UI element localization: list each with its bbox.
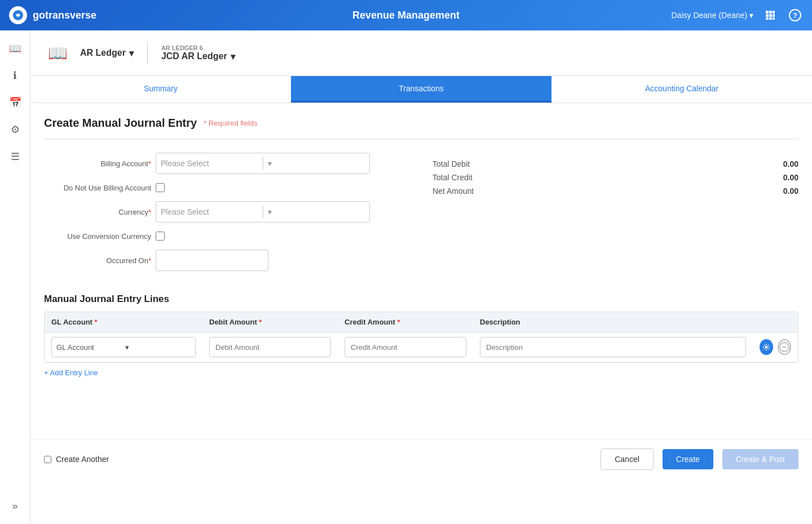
- ledger-selector[interactable]: AR Ledger ▾: [80, 48, 134, 59]
- form-footer: Create Another Cancel Create Create & Po…: [30, 439, 812, 479]
- ledger-icon: 📖: [44, 39, 71, 66]
- billing-account-select[interactable]: Please Select ▾: [156, 153, 370, 174]
- do-not-use-billing-label: Do Not Use Billing Account: [44, 184, 151, 192]
- billing-account-label: Billing Account*: [44, 159, 151, 168]
- gl-account-select[interactable]: GL Account ▾: [51, 337, 196, 357]
- main-content: 📖 AR Ledger ▾ AR LEDGER 6 JCD AR Ledger …: [30, 30, 812, 524]
- occurred-on-label: Occurred On*: [44, 256, 151, 265]
- create-another-checkbox[interactable]: [44, 456, 51, 463]
- debit-amount-cell: [202, 332, 338, 362]
- page-title: Revenue Management: [352, 10, 460, 21]
- tab-accounting-calendar[interactable]: Accounting Calendar: [551, 76, 812, 103]
- total-debit-row: Total Debit 0.00: [433, 157, 798, 171]
- create-another-row: Create Another: [44, 455, 109, 464]
- sidebar-collapse-button[interactable]: »: [4, 495, 27, 517]
- total-credit-label: Total Credit: [433, 173, 473, 182]
- do-not-use-billing-checkbox[interactable]: [156, 183, 165, 192]
- occurred-on-control: [156, 250, 410, 271]
- svg-rect-1: [766, 11, 769, 14]
- credit-amount-input[interactable]: [345, 337, 466, 357]
- top-nav: gotransverse Revenue Management Daisy De…: [0, 0, 812, 30]
- description-input[interactable]: [480, 337, 746, 357]
- ar-ledger-name[interactable]: JCD AR Ledger ▾: [161, 51, 235, 62]
- required-note: Required fields: [204, 119, 257, 127]
- apps-grid-icon[interactable]: [762, 7, 778, 23]
- svg-rect-6: [773, 14, 775, 17]
- svg-rect-5: [769, 14, 772, 17]
- gl-account-cell: GL Account ▾: [45, 332, 202, 362]
- currency-select[interactable]: Please Select ▾: [156, 201, 370, 223]
- currency-label: Currency*: [44, 208, 151, 216]
- do-not-use-billing-control: [156, 183, 410, 192]
- billing-account-chevron-icon: ▾: [268, 159, 365, 168]
- use-conversion-checkbox[interactable]: [156, 232, 165, 241]
- row-actions: [753, 335, 798, 359]
- sidebar-item-calendar[interactable]: 📅: [4, 91, 27, 114]
- svg-rect-9: [773, 17, 775, 20]
- use-conversion-row: Use Conversion Currency: [44, 232, 410, 241]
- description-col-header: Description: [473, 312, 753, 332]
- entry-table: GL Account * Debit Amount * Credit Amoun…: [44, 312, 798, 363]
- svg-rect-3: [773, 11, 775, 14]
- svg-rect-4: [766, 14, 769, 17]
- total-credit-row: Total Credit 0.00: [433, 171, 798, 184]
- billing-account-row: Billing Account* Please Select ▾: [44, 153, 410, 174]
- sidebar-item-settings[interactable]: ⚙: [4, 118, 27, 141]
- entry-table-header: GL Account * Debit Amount * Credit Amoun…: [45, 312, 798, 332]
- ar-ledger-info: AR LEDGER 6 JCD AR Ledger ▾: [161, 45, 235, 62]
- description-cell: [473, 332, 753, 362]
- form-divider: [44, 139, 798, 139]
- add-entry-line-button[interactable]: + Add Entry Line: [44, 363, 98, 383]
- net-amount-row: Net Amount 0.00: [433, 184, 798, 198]
- row-settings-button[interactable]: [760, 339, 773, 355]
- currency-row: Currency* Please Select ▾: [44, 201, 410, 223]
- total-debit-label: Total Debit: [433, 159, 470, 168]
- user-chevron-icon: ▾: [749, 11, 753, 20]
- brand-name: gotransverse: [33, 10, 96, 21]
- total-debit-value: 0.00: [783, 159, 798, 168]
- ledger-divider: [147, 42, 148, 64]
- svg-point-12: [765, 346, 767, 349]
- user-menu[interactable]: Daisy Deane (Deane) ▾: [671, 11, 753, 20]
- total-credit-value: 0.00: [783, 173, 798, 182]
- do-not-use-billing-row: Do Not Use Billing Account: [44, 183, 410, 192]
- sidebar: 📖 ℹ 📅 ⚙ ☰ »: [0, 30, 30, 524]
- debit-amount-input[interactable]: [209, 337, 331, 357]
- create-and-post-button[interactable]: Create & Post: [722, 449, 798, 469]
- billing-account-control: Please Select ▾: [156, 153, 410, 174]
- ledger-chevron-icon: ▾: [129, 48, 134, 59]
- summary-panel: Total Debit 0.00 Total Credit 0.00 Net A…: [433, 153, 798, 280]
- help-icon[interactable]: ?: [787, 7, 803, 23]
- svg-rect-7: [766, 17, 769, 20]
- tab-transactions[interactable]: Transactions: [291, 76, 551, 103]
- journal-lines-title: Manual Journal Entry Lines: [44, 294, 798, 305]
- brand-logo: [9, 6, 27, 24]
- gl-account-col-header: GL Account *: [45, 312, 202, 332]
- top-nav-right: Daisy Deane (Deane) ▾ ?: [671, 7, 803, 23]
- use-conversion-label: Use Conversion Currency: [44, 232, 151, 241]
- tab-bar: Summary Transactions Accounting Calendar: [30, 76, 812, 103]
- tab-summary[interactable]: Summary: [30, 76, 291, 103]
- sub-header: 📖 AR Ledger ▾ AR LEDGER 6 JCD AR Ledger …: [30, 30, 812, 76]
- create-another-label: Create Another: [56, 455, 109, 464]
- form-summary-row: Billing Account* Please Select ▾ Do: [44, 153, 798, 280]
- form-area: Create Manual Journal Entry Required fie…: [30, 103, 812, 439]
- actions-col-header: [753, 312, 798, 332]
- svg-rect-8: [769, 17, 772, 20]
- form-title: Create Manual Journal Entry: [44, 117, 197, 130]
- occurred-on-row: Occurred On*: [44, 250, 410, 271]
- brand: gotransverse: [9, 6, 96, 24]
- sidebar-item-info[interactable]: ℹ: [4, 64, 27, 87]
- use-conversion-control: [156, 232, 410, 241]
- credit-amount-cell: [338, 332, 473, 362]
- cancel-button[interactable]: Cancel: [601, 448, 654, 470]
- currency-chevron-icon: ▾: [268, 207, 365, 216]
- net-amount-value: 0.00: [783, 186, 798, 196]
- sidebar-item-book[interactable]: 📖: [4, 37, 27, 60]
- ar-ledger-chevron-icon: ▾: [231, 51, 235, 62]
- sidebar-item-list[interactable]: ☰: [4, 145, 27, 168]
- create-button[interactable]: Create: [663, 449, 713, 469]
- occurred-on-input[interactable]: [156, 250, 268, 271]
- row-remove-button[interactable]: [778, 339, 791, 355]
- currency-control: Please Select ▾: [156, 201, 410, 223]
